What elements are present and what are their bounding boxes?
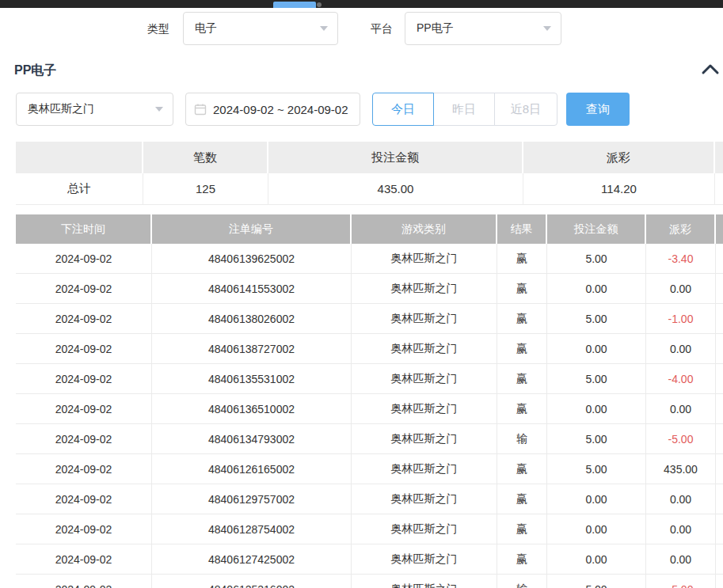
cell-cutoff xyxy=(716,454,723,484)
cell-bet-amount: 5.00 xyxy=(547,244,646,274)
summary-bet-value: 435.00 xyxy=(268,173,523,205)
yesterday-button[interactable]: 昨日 xyxy=(433,93,495,126)
game-select-value: 奥林匹斯之门 xyxy=(28,102,94,116)
cell-cutoff xyxy=(716,484,723,514)
cell-bet-amount: 0.00 xyxy=(547,484,646,514)
cell-bet-amount: 5.00 xyxy=(547,454,646,484)
cell-result: 赢 xyxy=(497,334,547,364)
cell-bet-time: 2024-09-02 xyxy=(16,575,152,588)
cell-bet-time: 2024-09-02 xyxy=(16,334,152,364)
section-title: PP电子 xyxy=(14,63,56,79)
header-game-type: 游戏类别 xyxy=(352,214,497,244)
cell-payout: 0.00 xyxy=(646,484,716,514)
cell-order-no: 48406138026002 xyxy=(152,304,352,334)
type-select[interactable]: 电子 xyxy=(183,12,338,45)
browser-active-tab[interactable] xyxy=(273,2,316,8)
cell-game-type: 奥林匹斯之门 xyxy=(352,244,497,274)
quick-filter-group: 今日 昨日 近8日 xyxy=(372,93,557,126)
cell-game-type: 奥林匹斯之门 xyxy=(352,544,497,575)
cell-order-no: 48406129757002 xyxy=(152,484,352,514)
cell-result: 赢 xyxy=(497,514,547,544)
table-row: 2024-09-0248406129757002奥林匹斯之门赢0.000.00 xyxy=(16,484,723,514)
header-bet-time: 下注时间 xyxy=(16,214,152,244)
cell-order-no: 48406135531002 xyxy=(152,364,352,394)
platform-select[interactable]: PP电子 xyxy=(405,12,561,45)
summary-payout-value: 114.20 xyxy=(523,173,715,205)
cell-bet-amount: 5.00 xyxy=(547,304,646,334)
cell-result: 赢 xyxy=(497,544,547,575)
table-row: 2024-09-0248406141553002奥林匹斯之门赢0.000.00 xyxy=(16,274,723,304)
cell-result: 输 xyxy=(497,424,547,454)
cell-order-no: 48406134793002 xyxy=(152,424,352,454)
cell-payout: 0.00 xyxy=(646,394,716,424)
summary-header-bet: 投注金额 xyxy=(268,142,523,173)
platform-label: 平台 xyxy=(371,22,393,36)
table-row: 2024-09-0248406139625002奥林匹斯之门赢5.00-3.40 xyxy=(16,244,723,274)
cell-payout: 0.00 xyxy=(646,334,716,364)
platform-select-value: PP电子 xyxy=(417,21,454,36)
table-row: 2024-09-0248406135531002奥林匹斯之门赢5.00-4.00 xyxy=(16,364,723,394)
summary-header-cutoff xyxy=(715,142,723,173)
cell-result: 赢 xyxy=(497,364,547,394)
cell-result: 赢 xyxy=(497,484,547,514)
cell-game-type: 奥林匹斯之门 xyxy=(352,454,497,484)
cell-result: 输 xyxy=(497,575,547,588)
cell-payout: -5.00 xyxy=(646,424,716,454)
table-row: 2024-09-0248406138727002奥林匹斯之门赢0.000.00 xyxy=(16,334,723,364)
header-order-no: 注单编号 xyxy=(152,214,352,244)
summary-cutoff-value xyxy=(715,173,723,205)
cell-payout: 0.00 xyxy=(646,514,716,544)
cell-bet-amount: 0.00 xyxy=(547,514,646,544)
cell-order-no: 48406139625002 xyxy=(152,244,352,274)
cell-cutoff xyxy=(716,514,723,544)
chevron-down-icon xyxy=(155,107,163,112)
cell-bet-time: 2024-09-02 xyxy=(16,364,152,394)
table-row: 2024-09-0248406128754002奥林匹斯之门赢0.000.00 xyxy=(16,514,723,544)
table-row: 2024-09-0248406127425002奥林匹斯之门赢0.000.00 xyxy=(16,544,723,575)
summary-header-empty xyxy=(16,142,143,173)
cell-order-no: 48406127425002 xyxy=(152,544,352,575)
cell-game-type: 奥林匹斯之门 xyxy=(352,575,497,588)
browser-tab-favicon xyxy=(317,2,322,7)
chevron-up-icon xyxy=(700,62,721,78)
cell-bet-amount: 5.00 xyxy=(547,424,646,454)
cell-bet-time: 2024-09-02 xyxy=(16,244,152,274)
header-bet-amount: 投注金额 xyxy=(547,214,646,244)
search-button[interactable]: 查询 xyxy=(566,93,630,126)
cell-result: 赢 xyxy=(497,454,547,484)
cell-bet-amount: 0.00 xyxy=(547,394,646,424)
cell-bet-time: 2024-09-02 xyxy=(16,274,152,304)
cell-game-type: 奥林匹斯之门 xyxy=(352,424,497,454)
type-label: 类型 xyxy=(147,22,169,36)
header-payout: 派彩 xyxy=(646,214,716,244)
cell-bet-amount: 5.00 xyxy=(547,575,646,588)
cell-game-type: 奥林匹斯之门 xyxy=(352,274,497,304)
cell-bet-amount: 0.00 xyxy=(547,544,646,575)
date-range-input[interactable]: 2024-09-02 ~ 2024-09-02 xyxy=(185,93,360,126)
cell-order-no: 48406138727002 xyxy=(152,334,352,364)
cell-order-no: 48406136510002 xyxy=(152,394,352,424)
cell-payout: -3.40 xyxy=(646,244,716,274)
cell-payout: -5.00 xyxy=(646,575,716,588)
today-button[interactable]: 今日 xyxy=(372,93,434,126)
last8days-button[interactable]: 近8日 xyxy=(494,93,557,126)
summary-table: 笔数 投注金额 派彩 总计 125 435.00 114.20 xyxy=(16,142,723,205)
cell-game-type: 奥林匹斯之门 xyxy=(352,304,497,334)
table-row: 2024-09-0248406136510002奥林匹斯之门赢0.000.00 xyxy=(16,394,723,424)
table-row: 2024-09-0248406126165002奥林匹斯之门赢5.00435.0… xyxy=(16,454,723,484)
records-header-row: 下注时间 注单编号 游戏类别 结果 投注金额 派彩 xyxy=(16,214,723,244)
cell-bet-time: 2024-09-02 xyxy=(16,484,152,514)
cell-cutoff xyxy=(716,575,723,588)
cell-bet-amount: 0.00 xyxy=(547,274,646,304)
cell-payout: -4.00 xyxy=(646,364,716,394)
browser-tab-strip xyxy=(0,0,723,8)
cell-cutoff xyxy=(716,424,723,454)
date-range-value: 2024-09-02 ~ 2024-09-02 xyxy=(213,103,348,116)
collapse-section-button[interactable] xyxy=(700,62,721,78)
cell-payout: 435.00 xyxy=(646,454,716,484)
cell-order-no: 48406141553002 xyxy=(152,274,352,304)
table-row: 2024-09-0248406125316002奥林匹斯之门输5.00-5.00 xyxy=(16,575,723,588)
cell-game-type: 奥林匹斯之门 xyxy=(352,514,497,544)
game-select[interactable]: 奥林匹斯之门 xyxy=(16,93,173,126)
cell-bet-time: 2024-09-02 xyxy=(16,424,152,454)
